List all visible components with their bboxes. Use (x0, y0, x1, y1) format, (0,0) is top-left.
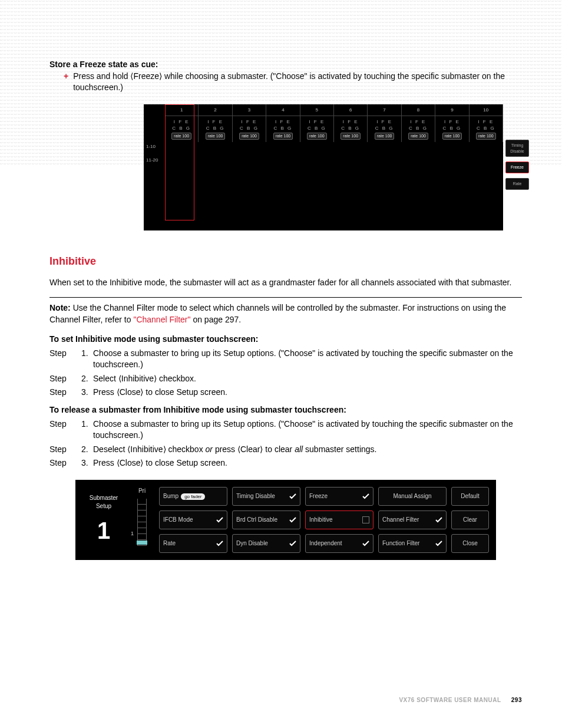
check-icon (435, 517, 442, 523)
inhibitive-description: When set to the Inhibitive mode, the sub… (49, 277, 522, 289)
step-number: 2. (81, 373, 93, 385)
submaster-cell[interactable]: I F EC B Grate 100 (266, 116, 300, 142)
note-body-b: on page 297. (193, 315, 241, 324)
footer-page-number: 293 (511, 697, 522, 703)
brd-ctrl-disable-button[interactable]: Brd Ctrl Disable (232, 510, 300, 529)
note-label: Note: (49, 303, 73, 312)
check-icon (435, 541, 442, 546)
bullet-plus-icon: + (64, 71, 68, 94)
step-number: 1. (81, 348, 93, 371)
heading-set-inhibitive: To set Inhibitive mode using submaster t… (49, 334, 522, 345)
priority-value: 1 (131, 530, 134, 538)
check-icon (216, 541, 223, 546)
check-icon (362, 493, 369, 499)
heading-store-freeze: Store a Freeze state as cue: (49, 59, 522, 71)
dyn-disable-button[interactable]: Dyn Disable (232, 534, 300, 553)
column-header: 1 (165, 104, 199, 116)
check-icon (289, 493, 296, 499)
step-text: Select ⟨Inhibitive⟩ checkbox. (93, 373, 522, 385)
screenshot-submaster-setup: Submaster Setup 1 Pri 1 Bumpgo faderTimi… (75, 480, 496, 560)
submaster-cell[interactable]: I F EC B Grate 100 (435, 116, 469, 142)
column-header: 7 (368, 104, 401, 116)
submaster-cell[interactable]: I F EC B Grate 100 (368, 116, 401, 142)
default-button[interactable]: Default (451, 487, 489, 506)
submaster-cell[interactable]: I F EC B Grate 100 (300, 116, 334, 142)
step-number: 3. (81, 457, 93, 469)
checkbox-empty-icon (362, 516, 369, 523)
ifcb-mode-button[interactable]: IFCB Mode (159, 510, 227, 529)
freeze-button[interactable]: Freeze (505, 162, 529, 173)
submaster-cell[interactable]: I F EC B Grate 100 (334, 116, 368, 142)
column-header: 6 (334, 104, 368, 116)
timing-disable-button[interactable]: Timing Disable (505, 140, 529, 157)
step-label: Step (49, 444, 81, 456)
step-number: 2. (81, 444, 93, 456)
step-text: Deselect ⟨Inhibitive⟩ checkbox or press … (93, 444, 522, 456)
timing-disable-button[interactable]: Timing Disable (232, 487, 300, 506)
check-icon (289, 541, 296, 546)
column-header: 9 (435, 104, 469, 116)
pri-label: Pri (132, 487, 152, 495)
submaster-cell[interactable]: I F EC B Grate 100 (402, 116, 435, 142)
link-channel-filter[interactable]: "Channel Filter" (133, 315, 190, 324)
rate-option-button[interactable]: Rate (159, 534, 227, 553)
range-label: 11-20 (144, 153, 165, 167)
heading-inhibitive: Inhibitive (49, 254, 522, 269)
store-freeze-instruction: Press and hold ⟨Freeze⟩ while choosing a… (73, 71, 522, 94)
column-header: 5 (300, 104, 334, 116)
check-icon (216, 517, 223, 523)
step-label: Step (49, 387, 81, 398)
inhibitive-option-button[interactable]: Inhibitive (305, 510, 373, 529)
submaster-cell[interactable]: I F EC B Grate 100 (470, 116, 503, 142)
manual-assign-button[interactable]: Manual Assign (378, 487, 447, 506)
step-text: Press ⟨Close⟩ to close Setup screen. (93, 457, 522, 469)
footer-manual-title: VX76 SOFTWARE USER MANUAL (399, 697, 501, 703)
step-text: Press ⟨Close⟩ to close Setup screen. (93, 387, 522, 398)
step-number: 3. (81, 387, 93, 398)
priority-slider[interactable]: 1 (137, 499, 147, 546)
column-header: 8 (402, 104, 435, 116)
submaster-cell[interactable]: I F EC B Grate 100 (165, 116, 199, 142)
step-label: Step (49, 419, 81, 442)
heading-release-inhibitive: To release a submaster from Inhibitive m… (49, 404, 522, 416)
step-label: Step (49, 457, 81, 469)
step-label: Step (49, 373, 81, 385)
column-header: 3 (233, 104, 266, 116)
function-filter-button[interactable]: Function Filter (378, 534, 447, 553)
step-number: 1. (81, 419, 93, 442)
bump-button[interactable]: Bumpgo fader (159, 487, 227, 506)
check-icon (362, 541, 369, 546)
step-label: Step (49, 348, 81, 371)
screenshot-submaster-grid: 1-10 11-20 12345678910 I F EC B Grate 10… (144, 104, 503, 230)
channel-filter-button[interactable]: Channel Filter (378, 510, 447, 529)
submaster-number: 1 (82, 514, 125, 547)
step-text: Choose a submaster to bring up its Setup… (93, 348, 522, 371)
close-button[interactable]: Close (451, 534, 489, 553)
check-icon (289, 517, 296, 523)
column-header: 2 (199, 104, 232, 116)
independent-button[interactable]: Independent (305, 534, 373, 553)
submaster-cell[interactable]: I F EC B Grate 100 (233, 116, 266, 142)
column-header: 4 (266, 104, 300, 116)
clear-button[interactable]: Clear (451, 510, 489, 529)
column-header: 10 (470, 104, 503, 116)
rate-button[interactable]: Rate (505, 178, 529, 190)
note-body-a: Use the Channel Filter mode to select wh… (49, 303, 506, 324)
freeze-option-button[interactable]: Freeze (305, 487, 373, 506)
submaster-setup-label: Submaster Setup (82, 494, 125, 510)
range-label: 1-10 (144, 140, 165, 153)
step-text: Choose a submaster to bring up its Setup… (93, 419, 522, 442)
submaster-cell[interactable]: I F EC B Grate 100 (199, 116, 232, 142)
